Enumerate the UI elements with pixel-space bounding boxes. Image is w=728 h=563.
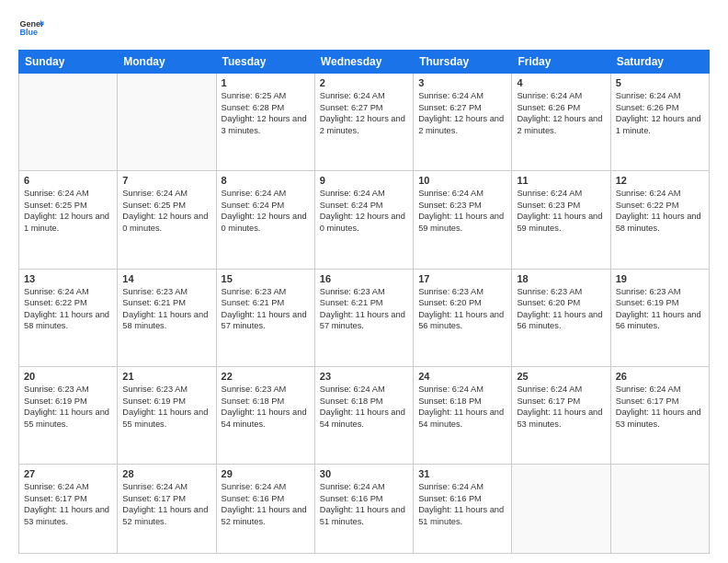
cell-daylight-info: Sunrise: 6:24 AM Sunset: 6:24 PM Dayligh… [222,188,310,234]
day-number: 25 [517,371,605,382]
calendar-header-row: SundayMondayTuesdayWednesdayThursdayFrid… [19,51,710,74]
calendar-cell: 5Sunrise: 6:24 AM Sunset: 6:26 PM Daylig… [610,74,709,171]
day-number: 9 [320,175,408,186]
cell-daylight-info: Sunrise: 6:24 AM Sunset: 6:26 PM Dayligh… [616,90,704,136]
cell-daylight-info: Sunrise: 6:24 AM Sunset: 6:23 PM Dayligh… [517,188,605,234]
cell-daylight-info: Sunrise: 6:24 AM Sunset: 6:27 PM Dayligh… [418,90,506,136]
cell-daylight-info: Sunrise: 6:23 AM Sunset: 6:21 PM Dayligh… [320,286,408,332]
day-number: 21 [122,371,210,382]
calendar-cell: 22Sunrise: 6:23 AM Sunset: 6:18 PM Dayli… [216,366,314,464]
col-header-friday: Friday [512,51,610,74]
cell-daylight-info: Sunrise: 6:24 AM Sunset: 6:23 PM Dayligh… [418,188,506,234]
day-number: 11 [517,175,605,186]
cell-daylight-info: Sunrise: 6:24 AM Sunset: 6:27 PM Dayligh… [320,90,408,136]
day-number: 26 [616,371,704,382]
day-number: 27 [24,468,112,479]
col-header-sunday: Sunday [19,51,118,74]
calendar-cell: 19Sunrise: 6:23 AM Sunset: 6:19 PM Dayli… [610,269,709,366]
day-number: 29 [222,468,310,479]
day-number: 18 [517,273,605,284]
calendar-week-row: 27Sunrise: 6:24 AM Sunset: 6:17 PM Dayli… [19,465,710,554]
col-header-saturday: Saturday [610,51,709,74]
calendar-cell: 27Sunrise: 6:24 AM Sunset: 6:17 PM Dayli… [19,465,118,554]
calendar-cell: 31Sunrise: 6:24 AM Sunset: 6:16 PM Dayli… [414,465,512,554]
calendar-cell: 26Sunrise: 6:24 AM Sunset: 6:17 PM Dayli… [610,366,709,464]
cell-daylight-info: Sunrise: 6:24 AM Sunset: 6:24 PM Dayligh… [320,188,408,234]
calendar-cell: 14Sunrise: 6:23 AM Sunset: 6:21 PM Dayli… [118,269,216,366]
day-number: 2 [320,77,408,88]
calendar-table: SundayMondayTuesdayWednesdayThursdayFrid… [18,50,710,554]
calendar-cell: 29Sunrise: 6:24 AM Sunset: 6:16 PM Dayli… [216,465,314,554]
day-number: 14 [122,273,210,284]
calendar-cell: 11Sunrise: 6:24 AM Sunset: 6:23 PM Dayli… [512,171,610,269]
day-number: 12 [616,175,704,186]
cell-daylight-info: Sunrise: 6:23 AM Sunset: 6:19 PM Dayligh… [122,384,210,430]
day-number: 3 [418,77,506,88]
cell-daylight-info: Sunrise: 6:24 AM Sunset: 6:17 PM Dayligh… [517,384,605,430]
calendar-cell: 4Sunrise: 6:24 AM Sunset: 6:26 PM Daylig… [512,74,610,171]
col-header-thursday: Thursday [414,51,512,74]
day-number: 1 [222,77,310,88]
day-number: 6 [24,175,112,186]
day-number: 31 [418,468,506,479]
calendar-cell: 10Sunrise: 6:24 AM Sunset: 6:23 PM Dayli… [414,171,512,269]
col-header-tuesday: Tuesday [216,51,314,74]
day-number: 13 [24,273,112,284]
cell-daylight-info: Sunrise: 6:24 AM Sunset: 6:22 PM Dayligh… [616,188,704,234]
calendar-cell: 24Sunrise: 6:24 AM Sunset: 6:18 PM Dayli… [414,366,512,464]
day-number: 24 [418,371,506,382]
calendar-cell: 21Sunrise: 6:23 AM Sunset: 6:19 PM Dayli… [118,366,216,464]
logo-icon: General Blue [18,15,44,40]
cell-daylight-info: Sunrise: 6:23 AM Sunset: 6:21 PM Dayligh… [122,286,210,332]
calendar-cell: 8Sunrise: 6:24 AM Sunset: 6:24 PM Daylig… [216,171,314,269]
calendar-cell: 9Sunrise: 6:24 AM Sunset: 6:24 PM Daylig… [314,171,413,269]
cell-daylight-info: Sunrise: 6:24 AM Sunset: 6:16 PM Dayligh… [320,481,408,527]
day-number: 5 [616,77,704,88]
cell-daylight-info: Sunrise: 6:23 AM Sunset: 6:18 PM Dayligh… [222,384,310,430]
calendar-cell: 1Sunrise: 6:25 AM Sunset: 6:28 PM Daylig… [216,74,314,171]
calendar-cell: 18Sunrise: 6:23 AM Sunset: 6:20 PM Dayli… [512,269,610,366]
day-number: 10 [418,175,506,186]
cell-daylight-info: Sunrise: 6:24 AM Sunset: 6:18 PM Dayligh… [418,384,506,430]
cell-daylight-info: Sunrise: 6:23 AM Sunset: 6:21 PM Dayligh… [222,286,310,332]
cell-daylight-info: Sunrise: 6:23 AM Sunset: 6:19 PM Dayligh… [24,384,112,430]
day-number: 23 [320,371,408,382]
day-number: 8 [222,175,310,186]
calendar-cell: 15Sunrise: 6:23 AM Sunset: 6:21 PM Dayli… [216,269,314,366]
svg-text:Blue: Blue [19,28,38,37]
calendar-cell: 3Sunrise: 6:24 AM Sunset: 6:27 PM Daylig… [414,74,512,171]
calendar-week-row: 20Sunrise: 6:23 AM Sunset: 6:19 PM Dayli… [19,366,710,464]
calendar-cell: 7Sunrise: 6:24 AM Sunset: 6:25 PM Daylig… [118,171,216,269]
cell-daylight-info: Sunrise: 6:24 AM Sunset: 6:26 PM Dayligh… [517,90,605,136]
cell-daylight-info: Sunrise: 6:24 AM Sunset: 6:17 PM Dayligh… [24,481,112,527]
calendar-cell [512,465,610,554]
calendar-cell: 30Sunrise: 6:24 AM Sunset: 6:16 PM Dayli… [314,465,413,554]
calendar-cell: 20Sunrise: 6:23 AM Sunset: 6:19 PM Dayli… [19,366,118,464]
day-number: 15 [222,273,310,284]
calendar-week-row: 1Sunrise: 6:25 AM Sunset: 6:28 PM Daylig… [19,74,710,171]
day-number: 7 [122,175,210,186]
calendar-cell [610,465,709,554]
calendar-cell [19,74,118,171]
cell-daylight-info: Sunrise: 6:24 AM Sunset: 6:25 PM Dayligh… [122,188,210,234]
cell-daylight-info: Sunrise: 6:24 AM Sunset: 6:16 PM Dayligh… [418,481,506,527]
cell-daylight-info: Sunrise: 6:24 AM Sunset: 6:16 PM Dayligh… [222,481,310,527]
cell-daylight-info: Sunrise: 6:23 AM Sunset: 6:20 PM Dayligh… [418,286,506,332]
calendar-cell: 23Sunrise: 6:24 AM Sunset: 6:18 PM Dayli… [314,366,413,464]
cell-daylight-info: Sunrise: 6:24 AM Sunset: 6:17 PM Dayligh… [122,481,210,527]
day-number: 30 [320,468,408,479]
cell-daylight-info: Sunrise: 6:24 AM Sunset: 6:18 PM Dayligh… [320,384,408,430]
cell-daylight-info: Sunrise: 6:24 AM Sunset: 6:22 PM Dayligh… [24,286,112,332]
header: General Blue [18,15,710,40]
logo: General Blue [18,15,44,40]
day-number: 4 [517,77,605,88]
calendar-cell [118,74,216,171]
calendar-cell: 2Sunrise: 6:24 AM Sunset: 6:27 PM Daylig… [314,74,413,171]
cell-daylight-info: Sunrise: 6:23 AM Sunset: 6:20 PM Dayligh… [517,286,605,332]
cell-daylight-info: Sunrise: 6:25 AM Sunset: 6:28 PM Dayligh… [222,90,310,136]
calendar-cell: 16Sunrise: 6:23 AM Sunset: 6:21 PM Dayli… [314,269,413,366]
calendar-cell: 25Sunrise: 6:24 AM Sunset: 6:17 PM Dayli… [512,366,610,464]
day-number: 16 [320,273,408,284]
day-number: 19 [616,273,704,284]
day-number: 28 [122,468,210,479]
